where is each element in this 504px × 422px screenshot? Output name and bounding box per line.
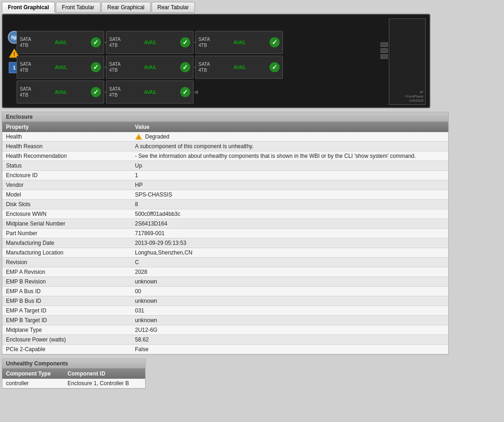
component-type-col-header: Component Type [2,369,64,379]
tab-rear-tabular[interactable]: Rear Tabular [152,2,195,13]
property-value: HP [131,180,448,190]
right-side-panel: IPFrontPlane1/4/2015 [389,18,426,105]
property-row: Manufacturing Date2013-09-29 05:13:53 [2,238,448,248]
disk-slot-3-1[interactable]: SATA4TB AVAIL ✓ ◄ [17,81,104,104]
disk-slot-3-2[interactable]: SATA4TB AVAIL ✓ ◄ [106,81,193,104]
property-row: StatusUp [2,161,448,171]
property-row: Enclosure ID1 [2,171,448,180]
disk-label: SATA4TB [20,36,31,48]
side-btn-1[interactable] [381,42,388,47]
disk-check-icon: ✓ [180,37,190,47]
disk-status: AVAIL [213,40,267,45]
property-name: EMP A Bus ID [2,287,131,296]
health-value-cell: !Degraded [135,133,445,140]
unhealthy-row: controllerEnclosure 1, Controller B [2,379,145,388]
property-row: EMP B Revisionunknown [2,277,448,287]
property-row: Health ReasonA subcomponent of this comp… [2,142,448,151]
property-name: Model [2,190,131,200]
disk-row-3: SATA4TB AVAIL ✓ ◄ SATA4TB AVAIL ✓ ◄ [17,81,283,104]
disk-slot-1-2[interactable]: SATA4TB AVAIL ✓ ◄ [106,31,193,54]
disk-slot-2-3[interactable]: SATA4TB AVAIL ✓ [195,56,283,79]
property-value: False [131,345,448,354]
property-row: Manufacturing LocationLonghua,Shenzhen,C… [2,248,448,258]
property-value: 00 [131,287,448,296]
disk-status: AVAIL [34,90,88,95]
disk-label: SATA4TB [109,61,121,73]
component-type: controller [2,379,64,388]
property-value: 58.62 [131,335,448,345]
disk-status: AVAIL [123,65,177,70]
property-name: EMP A Revision [2,267,131,277]
graphical-panel: hp ! 1 SATA4TB AVAIL ✓ ◄ SATA4TB AVAIL ✓… [2,14,430,108]
property-value: 2S6413D164 [131,219,448,229]
property-name: PCIe 2-Capable [2,345,131,354]
property-name: Enclosure ID [2,171,131,180]
property-row: Midplane Serial Number2S6413D164 [2,219,448,229]
property-row: VendorHP [2,180,448,190]
value-col-header: Value [131,122,448,132]
property-row: Disk Slots8 [2,200,448,209]
disk-row-2: SATA4TB AVAIL ✓ ◄ SATA4TB AVAIL ✓ ◄ SATA… [17,56,283,79]
property-row: Health!Degraded [2,132,448,142]
disk-slot-1-1[interactable]: SATA4TB AVAIL ✓ ◄ [17,31,104,54]
property-value: 500c0ff01ad4bb3c [131,209,448,219]
unhealthy-section: Unhealthy Components Component Type Comp… [2,358,146,389]
property-name: Enclosure WWN [2,209,131,219]
property-col-header: Property [2,122,131,132]
enclosure-section: Enclosure Property Value Health!Degraded… [2,112,449,355]
disk-slot-2-1[interactable]: SATA4TB AVAIL ✓ ◄ [17,56,104,79]
disk-label: SATA4TB [20,61,31,73]
property-name: Health Reason [2,142,131,151]
property-value: C [131,258,448,267]
property-value: 2013-09-29 05:13:53 [131,238,448,248]
disk-check-icon: ✓ [270,37,280,47]
disk-label: SATA4TB [20,86,31,98]
tab-front-graphical[interactable]: Front Graphical [2,2,55,13]
property-value: A subcomponent of this component is unhe… [131,142,448,151]
property-name: EMP B Revision [2,277,131,287]
property-row: EMP A Bus ID00 [2,287,448,296]
disk-label: SATA4TB [199,36,210,48]
property-value: 2028 [131,267,448,277]
side-btn-3[interactable] [381,54,388,59]
disk-grid: SATA4TB AVAIL ✓ ◄ SATA4TB AVAIL ✓ ◄ SATA… [17,31,283,104]
disk-status: AVAIL [34,65,88,70]
property-row: PCIe 2-CapableFalse [2,345,448,354]
property-table: Property Value Health!DegradedHealth Rea… [2,122,448,354]
property-name: EMP A Target ID [2,306,131,316]
property-row: Part Number717869-001 [2,229,448,238]
disk-status: AVAIL [123,40,177,45]
property-value: SPS-CHASSIS [131,190,448,200]
tab-front-tabular[interactable]: Front Tabular [56,2,100,13]
property-name: Health Recommendation [2,151,131,161]
property-row: ModelSPS-CHASSIS [2,190,448,200]
property-row: Health Recommendation- See the informati… [2,151,448,161]
disk-slot-1-3[interactable]: SATA4TB AVAIL ✓ [195,31,283,54]
property-row: Enclosure WWN500c0ff01ad4bb3c [2,209,448,219]
disk-row-1: SATA4TB AVAIL ✓ ◄ SATA4TB AVAIL ✓ ◄ SATA… [17,31,283,54]
property-row: RevisionC [2,258,448,267]
property-row: EMP B Bus IDunknown [2,296,448,306]
side-btn-2[interactable] [381,48,388,53]
unhealthy-section-header: Unhealthy Components [2,359,145,369]
property-name: Enclosure Power (watts) [2,335,131,345]
property-value: 2U12-6G [131,325,448,335]
disk-status: AVAIL [213,65,267,70]
property-row: Enclosure Power (watts)58.62 [2,335,448,345]
disk-check-icon: ✓ [180,87,190,97]
property-name: Status [2,161,131,171]
property-name: Disk Slots [2,200,131,209]
disk-check-icon: ✓ [270,62,280,72]
disk-check-icon: ✓ [91,37,101,47]
property-value: 1 [131,171,448,180]
svg-text:!: ! [13,51,15,58]
property-value: 8 [131,200,448,209]
disk-slot-2-2[interactable]: SATA4TB AVAIL ✓ ◄ [106,56,193,79]
property-name: Vendor [2,180,131,190]
property-name: EMP B Bus ID [2,296,131,306]
property-name: Manufacturing Location [2,248,131,258]
disk-check-icon: ✓ [91,62,101,72]
property-name: Midplane Type [2,325,131,335]
tab-rear-graphical[interactable]: Rear Graphical [101,2,151,13]
health-text: Degraded [145,133,170,140]
